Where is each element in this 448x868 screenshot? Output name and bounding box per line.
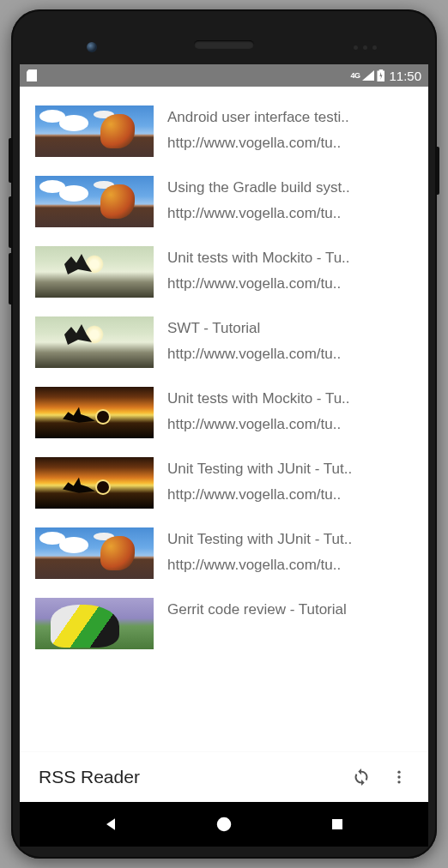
svg-point-0 (397, 771, 400, 774)
item-text: Using the Gradle build syst..http://www.… (167, 176, 413, 224)
svg-point-1 (397, 775, 400, 778)
item-title: Unit tests with Mockito - Tu.. (167, 248, 413, 268)
home-icon (215, 815, 233, 834)
item-text: Unit tests with Mockito - Tu..http://www… (167, 387, 413, 435)
thumbnail (35, 246, 154, 298)
item-title: SWT - Tutorial (167, 318, 413, 339)
list-item[interactable]: SWT - Tutorialhttp://www.vogella.com/tu.… (20, 316, 428, 368)
item-text: Gerrit code review - Tutorial (167, 598, 413, 620)
thumbnail (35, 316, 154, 368)
back-icon (102, 816, 119, 833)
thumbnail (35, 387, 154, 438)
sensor-dots (354, 45, 377, 50)
item-title: Using the Gradle build syst.. (167, 178, 413, 198)
list-item[interactable]: Unit tests with Mockito - Tu..http://www… (20, 387, 428, 438)
item-text: Unit tests with Mockito - Tu..http://www… (167, 246, 413, 294)
item-url: http://www.vogella.com/tu.. (167, 133, 413, 154)
camera-dot (87, 42, 97, 52)
item-url: http://www.vogella.com/tu.. (167, 344, 413, 365)
svg-point-2 (397, 781, 400, 783)
volume-up (9, 196, 11, 248)
item-title: Unit Testing with JUnit - Tut.. (167, 529, 413, 550)
item-title: Android user interface testi.. (167, 107, 413, 128)
recents-icon (330, 817, 345, 832)
phone-frame: 4G 11:50 Android user interface testi..h… (11, 9, 437, 859)
list-item[interactable]: Unit Testing with JUnit - Tut..http://ww… (20, 457, 428, 509)
app-bar: RSS Reader (20, 752, 428, 802)
refresh-icon (352, 768, 371, 787)
power-button (9, 138, 11, 183)
back-button[interactable] (85, 807, 136, 841)
item-text: Unit Testing with JUnit - Tut..http://ww… (167, 457, 413, 505)
network-type: 4G (350, 72, 360, 80)
home-button[interactable] (198, 807, 250, 841)
thumbnail (35, 105, 154, 157)
svg-point-3 (217, 817, 232, 832)
speaker-grill (194, 40, 254, 49)
item-text: SWT - Tutorialhttp://www.vogella.com/tu.… (167, 316, 413, 365)
side-button-right (437, 147, 439, 195)
item-text: Android user interface testi..http://www… (167, 105, 413, 154)
thumbnail (35, 527, 154, 579)
volume-down (9, 253, 11, 304)
list-item[interactable]: Unit tests with Mockito - Tu..http://www… (20, 246, 428, 298)
overflow-menu-button[interactable] (380, 758, 418, 796)
item-url: http://www.vogella.com/tu.. (167, 203, 413, 224)
item-url: http://www.vogella.com/tu.. (167, 414, 413, 435)
refresh-button[interactable] (342, 758, 380, 796)
list-item[interactable]: Unit Testing with JUnit - Tut..http://ww… (20, 527, 428, 579)
more-vert-icon (390, 769, 408, 786)
thumbnail (35, 176, 154, 227)
thumbnail (35, 598, 154, 649)
app-title: RSS Reader (39, 767, 342, 787)
list-item[interactable]: Android user interface testi..http://www… (20, 105, 428, 157)
item-title: Unit tests with Mockito - Tu.. (167, 389, 413, 409)
feed-list[interactable]: Android user interface testi..http://www… (20, 87, 428, 649)
navigation-bar (20, 802, 428, 847)
clock: 11:50 (389, 69, 421, 83)
list-item[interactable]: Gerrit code review - Tutorial (20, 598, 428, 649)
screen: 4G 11:50 Android user interface testi..h… (20, 64, 428, 847)
sd-card-icon (27, 69, 37, 81)
status-bar: 4G 11:50 (20, 64, 428, 87)
thumbnail (35, 457, 154, 509)
battery-icon (377, 69, 384, 81)
item-title: Unit Testing with JUnit - Tut.. (167, 459, 413, 479)
list-item[interactable]: Using the Gradle build syst..http://www.… (20, 176, 428, 227)
item-url: http://www.vogella.com/tu.. (167, 555, 413, 576)
signal-icon (362, 70, 374, 81)
content-area: Android user interface testi..http://www… (20, 87, 428, 802)
item-title: Gerrit code review - Tutorial (167, 600, 413, 620)
recents-button[interactable] (312, 807, 363, 841)
item-url: http://www.vogella.com/tu.. (167, 485, 413, 505)
item-url: http://www.vogella.com/tu.. (167, 274, 413, 294)
item-text: Unit Testing with JUnit - Tut..http://ww… (167, 527, 413, 576)
svg-rect-4 (332, 819, 342, 829)
